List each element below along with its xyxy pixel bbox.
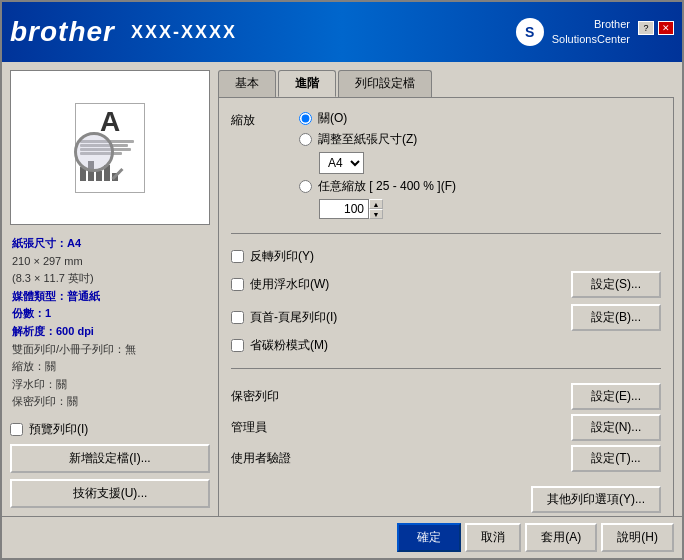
tab-content: 縮放 關(O) 調整至紙張尺寸(Z) A4 [218, 97, 674, 516]
title-right: S Brother SolutionsCenter ? ✕ [516, 17, 674, 48]
other-options-btn[interactable]: 其他列印選項(Y)... [531, 486, 661, 513]
header-footer-row: 頁首-頁尾列印(I) 設定(B)... [231, 304, 661, 331]
content-area: A [2, 62, 682, 516]
zoom-section: 縮放 關(O) 調整至紙張尺寸(Z) A4 [231, 110, 661, 219]
magnifier-icon [74, 132, 114, 172]
zoom-label: 縮放 [231, 110, 291, 129]
tab-print-profiles[interactable]: 列印設定檔 [338, 70, 432, 97]
secure-setting-btn[interactable]: 設定(E)... [571, 383, 661, 410]
user-auth-row: 使用者驗證 設定(T)... [231, 445, 661, 472]
zoom-spin-btns: ▲ ▼ [369, 199, 383, 219]
toner-checkbox[interactable] [231, 339, 244, 352]
paper-size-label: 紙張尺寸：A4 [12, 235, 208, 253]
zoom-custom-label: 任意縮放 [ 25 - 400 % ](F) [318, 178, 456, 195]
zoom-custom-radio[interactable] [299, 180, 312, 193]
toner-label: 省碳粉模式(M) [250, 337, 328, 354]
toner-row: 省碳粉模式(M) [231, 337, 661, 354]
preview-box: A [10, 70, 210, 225]
tab-basic[interactable]: 基本 [218, 70, 276, 97]
cancel-button[interactable]: 取消 [465, 523, 521, 552]
help-button[interactable]: 說明(H) [601, 523, 674, 552]
user-auth-label: 使用者驗證 [231, 450, 291, 467]
checkbox-section: 反轉列印(Y) 使用浮水印(W) 設定(S)... 頁首-頁尾列印(I) 設定 [231, 248, 661, 354]
watermark-setting-btn[interactable]: 設定(S)... [571, 271, 661, 298]
media-label: 媒體類型：普通紙 [12, 288, 208, 306]
ok-button[interactable]: 確定 [397, 523, 461, 552]
admin-label: 管理員 [231, 419, 267, 436]
left-panel: A [10, 70, 210, 508]
paper-size-select[interactable]: A4 [319, 152, 364, 174]
bottom-right: 確定 取消 套用(A) 說明(H) [397, 523, 674, 552]
secure-text: 保密列印：關 [12, 393, 208, 411]
brand-logo: brother [10, 16, 115, 48]
zoom-fit-label: 調整至紙張尺寸(Z) [318, 131, 417, 148]
tab-advanced[interactable]: 進階 [278, 70, 336, 97]
preview-label: 預覽列印(I) [29, 421, 88, 438]
zoom-fit-row: 調整至紙張尺寸(Z) [299, 131, 456, 148]
inches-text: (8.3 × 11.7 英吋) [12, 270, 208, 288]
header-footer-label: 頁首-頁尾列印(I) [250, 309, 337, 326]
mirror-row: 反轉列印(Y) [231, 248, 661, 265]
divider-1 [231, 233, 661, 234]
preview-page: A [75, 103, 145, 193]
divider-2 [231, 368, 661, 369]
title-bar: brother XXX-XXXX S Brother SolutionsCent… [2, 2, 682, 62]
secure-label: 保密列印 [231, 388, 279, 405]
brand-model: XXX-XXXX [131, 22, 237, 43]
bottom-bar: 確定 取消 套用(A) 說明(H) [2, 516, 682, 558]
user-setting-btn[interactable]: 設定(T)... [571, 445, 661, 472]
support-button[interactable]: 技術支援(U)... [10, 479, 210, 508]
watermark-row: 使用浮水印(W) 設定(S)... [231, 271, 661, 298]
mirror-checkbox[interactable] [231, 250, 244, 263]
solutions-icon: S [516, 18, 544, 46]
watermark-checkbox[interactable] [231, 278, 244, 291]
header-footer-checkbox[interactable] [231, 311, 244, 324]
zoom-spin-row: 100 ▲ ▼ [319, 199, 456, 219]
solutions-center: Brother SolutionsCenter [552, 17, 630, 48]
settings-rows: 保密列印 設定(E)... 管理員 設定(N)... 使用者驗證 設定(T)..… [231, 383, 661, 472]
preview-check-row: 預覽列印(I) [10, 421, 210, 438]
dimensions-text: 210 × 297 mm [12, 253, 208, 271]
duplex-text: 雙面列印/小冊子列印：無 [12, 341, 208, 359]
resolution-label: 解析度：600 dpi [12, 323, 208, 341]
zoom-value-input[interactable]: 100 [319, 199, 369, 219]
watermark-text: 浮水印：關 [12, 376, 208, 394]
zoom-fit-radio[interactable] [299, 133, 312, 146]
info-panel: 紙張尺寸：A4 210 × 297 mm (8.3 × 11.7 英吋) 媒體類… [10, 231, 210, 415]
mirror-label: 反轉列印(Y) [250, 248, 314, 265]
scale-text: 縮放：關 [12, 358, 208, 376]
left-bottom: 預覽列印(I) 新增設定檔(I)... 技術支援(U)... [10, 421, 210, 508]
zoom-custom-row: 任意縮放 [ 25 - 400 % ](F) [299, 178, 456, 195]
preview-checkbox[interactable] [10, 423, 23, 436]
tabs: 基本 進階 列印設定檔 [218, 70, 674, 97]
zoom-off-radio[interactable] [299, 112, 312, 125]
header-footer-setting-btn[interactable]: 設定(B)... [571, 304, 661, 331]
apply-button[interactable]: 套用(A) [525, 523, 597, 552]
preview-letter: A [80, 108, 140, 136]
zoom-off-row: 關(O) [299, 110, 456, 127]
secure-row: 保密列印 設定(E)... [231, 383, 661, 410]
zoom-up-btn[interactable]: ▲ [369, 199, 383, 209]
title-controls: ? ✕ [638, 21, 674, 35]
admin-setting-btn[interactable]: 設定(N)... [571, 414, 661, 441]
close-btn[interactable]: ✕ [658, 21, 674, 35]
other-options-row: 其他列印選項(Y)... [231, 486, 661, 513]
title-left: brother XXX-XXXX [10, 16, 237, 48]
zoom-options: 關(O) 調整至紙張尺寸(Z) A4 [299, 110, 456, 219]
main-window: brother XXX-XXXX S Brother SolutionsCent… [0, 0, 684, 560]
admin-row: 管理員 設定(N)... [231, 414, 661, 441]
copies-label: 份數：1 [12, 305, 208, 323]
add-settings-button[interactable]: 新增設定檔(I)... [10, 444, 210, 473]
zoom-down-btn[interactable]: ▼ [369, 209, 383, 219]
paper-size-row: A4 [319, 152, 456, 174]
watermark-label: 使用浮水印(W) [250, 276, 329, 293]
zoom-off-label: 關(O) [318, 110, 347, 127]
help-title-btn[interactable]: ? [638, 21, 654, 35]
right-panel: 基本 進階 列印設定檔 縮放 關(O) 調整至紙張 [218, 70, 674, 508]
